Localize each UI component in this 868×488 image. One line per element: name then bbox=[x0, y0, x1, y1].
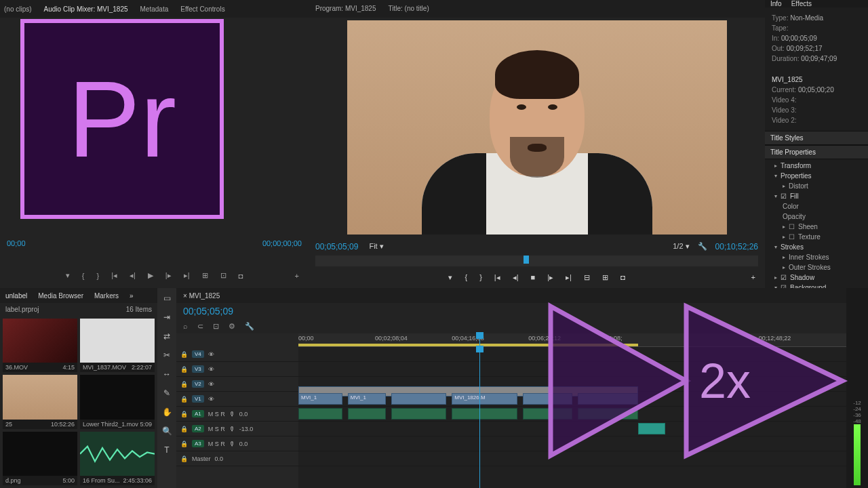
goto-out-icon[interactable]: ▸| bbox=[184, 271, 190, 280]
prop-shadow[interactable]: ▸☑Shadow bbox=[765, 272, 868, 283]
track-header-a1[interactable]: 🔒A1M S R🎙0.0 bbox=[176, 407, 298, 422]
goto-out-icon[interactable]: ▸| bbox=[566, 273, 572, 282]
clip[interactable] bbox=[391, 393, 446, 405]
timeline-clips[interactable]: MVI_1 MVI_1 MVI_1826.M bbox=[298, 347, 846, 488]
tab-media-browser[interactable]: Media Browser bbox=[38, 292, 83, 300]
settings-icon[interactable]: ⚙ bbox=[229, 322, 235, 331]
step-back-icon[interactable]: ◂| bbox=[513, 273, 519, 282]
clip[interactable] bbox=[523, 393, 572, 405]
razor-tool-icon[interactable]: ✂ bbox=[161, 349, 173, 361]
tab-effects[interactable]: Effects bbox=[791, 0, 812, 7]
add-button-icon[interactable]: + bbox=[751, 273, 755, 281]
wrench-icon[interactable]: 🔧 bbox=[245, 322, 254, 331]
program-tab[interactable]: Program: MVI_1825 bbox=[315, 5, 376, 12]
prop-inner-strokes[interactable]: ▸Inner Strokes bbox=[765, 252, 868, 262]
zoom-tool-icon[interactable]: 🔍 bbox=[161, 425, 173, 437]
tab-audio-mixer[interactable]: Audio Clip Mixer: MVI_1825 bbox=[44, 5, 128, 13]
title-styles-header[interactable]: Title Styles bbox=[765, 131, 868, 145]
mark-in-icon[interactable]: ▾ bbox=[66, 271, 70, 280]
add-button-icon[interactable]: + bbox=[295, 272, 299, 280]
bin-item[interactable]: 16 From Su...2:45:33:06 bbox=[80, 432, 155, 485]
clip-audio[interactable] bbox=[348, 408, 387, 420]
goto-in-icon[interactable]: |◂ bbox=[111, 271, 117, 280]
tab-info[interactable]: Info bbox=[770, 0, 782, 7]
export-frame-icon[interactable]: ◘ bbox=[239, 272, 243, 280]
bracket-in-icon[interactable]: { bbox=[82, 272, 85, 280]
overwrite-icon[interactable]: ⊡ bbox=[220, 271, 226, 280]
export-frame-icon[interactable]: ◘ bbox=[620, 273, 625, 281]
bracket-out-icon[interactable]: } bbox=[96, 272, 99, 280]
tab-no-clips[interactable]: (no clips) bbox=[4, 5, 32, 13]
snap-icon[interactable]: ⌕ bbox=[183, 322, 188, 331]
ripple-tool-icon[interactable]: ⇄ bbox=[161, 330, 173, 342]
tabs-overflow-icon[interactable]: » bbox=[130, 292, 134, 300]
prop-color[interactable]: Color bbox=[765, 201, 868, 211]
prop-transform[interactable]: ▸Transform bbox=[765, 161, 868, 171]
timeline-timecode[interactable]: 00;05;05;09 bbox=[183, 306, 233, 317]
title-properties-header[interactable]: Title Properties bbox=[765, 145, 868, 159]
goto-in-icon[interactable]: |◂ bbox=[494, 273, 500, 282]
program-monitor[interactable] bbox=[309, 18, 765, 237]
prop-properties[interactable]: ▾Properties bbox=[765, 171, 868, 181]
program-scrubber[interactable] bbox=[315, 256, 758, 266]
step-back-icon[interactable]: ◂| bbox=[130, 271, 136, 280]
bin-item[interactable]: MVI_1837.MOV2:22:07 bbox=[80, 319, 155, 372]
zoom-dropdown[interactable]: 1/2 ▾ bbox=[673, 242, 689, 251]
clip-audio[interactable] bbox=[298, 408, 342, 420]
pen-tool-icon[interactable]: ✎ bbox=[161, 387, 173, 399]
bracket-out-icon[interactable]: } bbox=[479, 273, 482, 281]
clip[interactable]: MVI_1826.M bbox=[452, 393, 517, 405]
track-header-v2[interactable]: 🔒V2👁 bbox=[176, 377, 298, 392]
play-icon[interactable]: ▶ bbox=[148, 271, 153, 280]
marker-icon[interactable]: ⊡ bbox=[213, 322, 219, 331]
clip-audio[interactable] bbox=[578, 408, 638, 420]
mark-in-icon[interactable]: ▾ bbox=[448, 273, 452, 282]
prop-outer-strokes[interactable]: ▸Outer Strokes bbox=[765, 262, 868, 272]
title-tab[interactable]: Title: (no title) bbox=[389, 5, 429, 12]
tab-effect-controls[interactable]: Effect Controls bbox=[180, 5, 224, 13]
clip[interactable]: MVI_1 bbox=[348, 393, 387, 405]
slip-tool-icon[interactable]: ↔ bbox=[161, 368, 173, 380]
extract-icon[interactable]: ⊞ bbox=[602, 273, 608, 282]
bin-item[interactable]: 2510:52:26 bbox=[3, 375, 77, 428]
fit-dropdown[interactable]: Fit ▾ bbox=[369, 242, 383, 251]
program-tc-left[interactable]: 00;05;05;09 bbox=[315, 242, 358, 251]
stop-icon[interactable]: ■ bbox=[531, 273, 536, 281]
timeline-ruler[interactable]: 00;00 00;02;08;04 00;04;16;08 00;06;24;1… bbox=[298, 333, 846, 347]
lift-icon[interactable]: ⊟ bbox=[584, 273, 590, 282]
selection-tool-icon[interactable]: ▭ bbox=[161, 292, 173, 304]
bracket-in-icon[interactable]: { bbox=[465, 273, 467, 281]
clip[interactable]: MVI_1 bbox=[298, 393, 342, 405]
prop-sheen[interactable]: ▸☐Sheen bbox=[765, 222, 868, 232]
track-header-master[interactable]: 🔒Master0.0 bbox=[176, 451, 298, 466]
prop-strokes[interactable]: ▾Strokes bbox=[765, 242, 868, 252]
tab-markers[interactable]: Markers bbox=[94, 292, 119, 300]
track-header-a2[interactable]: 🔒A2M S R🎙-13.0 bbox=[176, 422, 298, 436]
track-header-v3[interactable]: 🔒V3👁 bbox=[176, 362, 298, 377]
bin-item[interactable]: 36.MOV4:15 bbox=[3, 319, 77, 372]
prop-texture[interactable]: ▸☐Texture bbox=[765, 232, 868, 242]
step-fwd-icon[interactable]: |▸ bbox=[547, 273, 553, 282]
linked-selection-icon[interactable]: ⊂ bbox=[197, 322, 203, 331]
track-header-v1[interactable]: 🔒V1👁 bbox=[176, 392, 298, 407]
playhead-line[interactable] bbox=[479, 347, 480, 488]
clip-audio[interactable] bbox=[391, 408, 446, 420]
type-tool-icon[interactable]: T bbox=[161, 444, 173, 456]
prop-distort[interactable]: ▸Distort bbox=[765, 181, 868, 191]
clip-audio[interactable] bbox=[452, 408, 517, 420]
tab-metadata[interactable]: Metadata bbox=[140, 5, 169, 13]
playhead[interactable] bbox=[479, 333, 480, 346]
prop-fill[interactable]: ▾☑Fill bbox=[765, 191, 868, 201]
step-fwd-icon[interactable]: |▸ bbox=[165, 271, 172, 280]
clip[interactable] bbox=[578, 393, 638, 405]
track-select-tool-icon[interactable]: ⇥ bbox=[161, 311, 173, 323]
bin-item[interactable]: d.png5:00 bbox=[3, 432, 77, 485]
prop-opacity[interactable]: Opacity bbox=[765, 211, 868, 222]
insert-icon[interactable]: ⊞ bbox=[202, 271, 208, 280]
track-header-v4[interactable]: 🔒V4👁 bbox=[176, 347, 298, 362]
sequence-tab[interactable]: × MVI_1825 bbox=[183, 292, 220, 300]
playhead-indicator[interactable] bbox=[524, 256, 529, 264]
hand-tool-icon[interactable]: ✋ bbox=[161, 406, 173, 418]
track-header-a3[interactable]: 🔒A3M S R🎙0.0 bbox=[176, 436, 298, 451]
bin-item[interactable]: Lower Third2_1.mov5:09 bbox=[80, 375, 155, 428]
